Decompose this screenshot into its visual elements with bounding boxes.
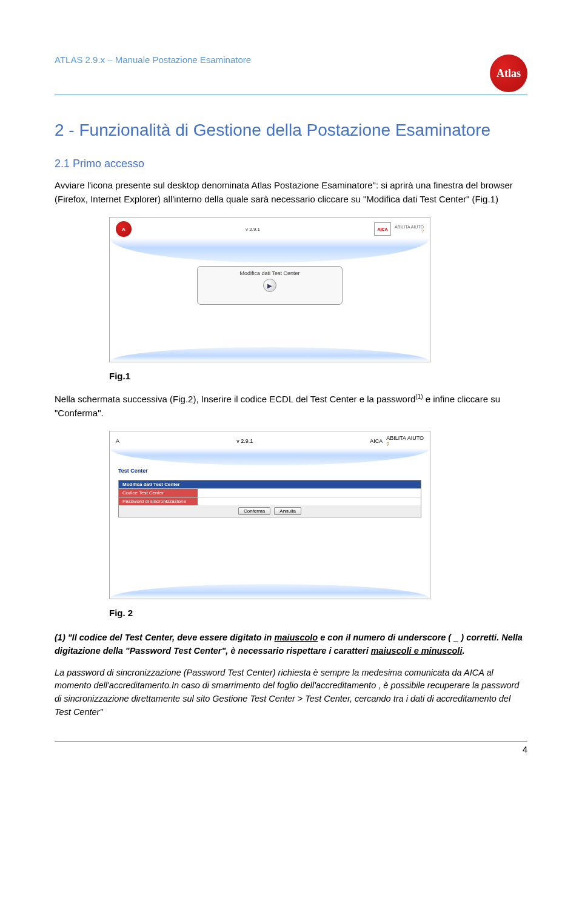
button-row: Conferma Annulla (119, 505, 421, 517)
breadcrumb[interactable]: Test Center (110, 465, 430, 476)
fig2-body-blank (110, 517, 430, 584)
code-input[interactable] (198, 489, 421, 497)
fn1-c: . (462, 646, 464, 656)
code-label: Codice Test Center (119, 489, 198, 497)
section-subtitle: 2.1 Primo accesso (55, 158, 527, 170)
table-row: Password di sincronizzazione (119, 497, 421, 505)
fig1-wave-bottom (110, 347, 430, 362)
table-header: Modifica dati Test Center (119, 480, 421, 488)
fig2-version: v 2.9.1 (236, 438, 253, 444)
help-icon: ? (421, 229, 424, 233)
fn1-u2: maiuscoli e minuscoli (371, 646, 463, 656)
confirm-button[interactable]: Conferma (238, 507, 270, 515)
fn2-u: Gestione Test Center > Test Center (212, 694, 350, 703)
page-number: 4 (55, 744, 527, 754)
footnote-2: La password di sincronizzazione (Passwor… (55, 666, 527, 719)
aica-logo-icon: AICA (374, 222, 391, 236)
help-text-2: ABILITA AIUTO (386, 435, 424, 441)
footnote-1: (1) "Il codice del Test Center, deve ess… (55, 631, 527, 658)
fig1-help-label: ABILITA AIUTO? (395, 225, 424, 233)
screenshot-fig1: A v 2.9.1 AICA ABILITA AIUTO? Modifica d… (109, 217, 430, 362)
fig2-topbar: A v 2.9.1 AICA ABILITA AIUTO? (110, 431, 430, 448)
atlas-logo-icon: Atlas (490, 55, 527, 92)
fn1-u1: maiuscolo (275, 633, 318, 642)
header-breadcrumb: ATLAS 2.9.x – Manuale Postazione Esamina… (55, 55, 251, 65)
p2-sup: (1) (415, 393, 423, 400)
footer-rule (55, 741, 527, 742)
modify-testcenter-card[interactable]: Modifica dati Test Center ▶ (197, 266, 343, 305)
fig2-wave-top (110, 448, 430, 465)
table-row: Codice Test Center (119, 488, 421, 497)
help-text: ABILITA AIUTO (395, 225, 424, 229)
paragraph-1: Avviare l'icona presente sul desktop den… (55, 179, 527, 206)
section-title: 2 - Funzionalità di Gestione della Posta… (55, 119, 527, 141)
fig2-wave-bottom (110, 584, 430, 599)
screenshot-fig2: A v 2.9.1 AICA ABILITA AIUTO? Test Cente… (109, 431, 430, 599)
fn1-a: (1) "Il codice del Test Center, deve ess… (55, 633, 275, 642)
page-header: ATLAS 2.9.x – Manuale Postazione Esamina… (55, 55, 527, 92)
fig1-topbar: A v 2.9.1 AICA ABILITA AIUTO? (110, 218, 430, 238)
fig1-version: v 2.9.1 (246, 227, 260, 232)
password-label: Password di sincronizzazione (119, 497, 198, 505)
p2-pre: Nella schermata successiva (Fig.2), Inse… (55, 394, 415, 404)
card-title: Modifica dati Test Center (201, 270, 338, 276)
play-icon[interactable]: ▶ (263, 279, 276, 292)
aica-logo-icon: AICA (370, 438, 383, 444)
fig2-form-table: Modifica dati Test Center Codice Test Ce… (118, 480, 421, 517)
cancel-button[interactable]: Annulla (274, 507, 301, 515)
paragraph-2: Nella schermata successiva (Fig.2), Inse… (55, 392, 527, 420)
atlas-mini-logo-icon: A (116, 221, 132, 237)
help-icon: ? (386, 441, 389, 447)
header-rule (55, 95, 527, 95)
password-input[interactable] (198, 497, 421, 505)
fig2-help-label: ABILITA AIUTO? (386, 435, 424, 447)
fig1-wave-top (110, 238, 430, 262)
fig2-caption: Fig. 2 (109, 608, 527, 618)
atlas-mini-logo-icon: A (116, 438, 119, 444)
fig1-body: Modifica dati Test Center ▶ (110, 262, 430, 347)
fig1-caption: Fig.1 (109, 371, 527, 381)
